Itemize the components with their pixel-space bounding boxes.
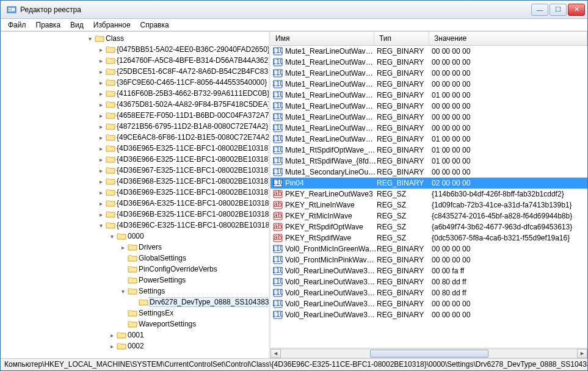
expand-icon[interactable]: ▸	[108, 332, 115, 339]
tree-item[interactable]: ▸0001	[1, 330, 269, 340]
list-row[interactable]: 110Mute1_RearLineOutWave…REG_BINARY00 00…	[270, 123, 587, 134]
expand-icon[interactable]: ▾	[108, 233, 115, 240]
close-button[interactable]: ✕	[568, 4, 585, 16]
scroll-track[interactable]	[281, 349, 577, 358]
expand-icon[interactable]: ▸	[97, 156, 104, 163]
expand-icon[interactable]: ▸	[97, 46, 104, 53]
list-row[interactable]: 110Mute1_RearLineOutWave…REG_BINARY00 00…	[270, 101, 587, 112]
list-row[interactable]: 110Vol0_RearLineOutWave3_…REG_BINARY00 0…	[270, 309, 587, 320]
list-row[interactable]: 110Vol0_RearLineOutWave3_…REG_BINARY00 0…	[270, 298, 587, 309]
scroll-thumb[interactable]	[370, 350, 488, 358]
tree-item[interactable]: PinConfigOverrideVerbs	[1, 264, 269, 275]
tree-item[interactable]: ▸{4D36E965-E325-11CE-BFC1-08002BE10318}	[1, 143, 269, 154]
tree-item[interactable]: ▸{4116F60B-25B3-4662-B732-99A6111EDC0B}	[1, 88, 269, 99]
tree-item[interactable]: ▾Settings	[1, 286, 269, 297]
tree-item[interactable]: ▸{4D36E967-E325-11CE-BFC1-08002BE10318}	[1, 165, 269, 176]
list-row[interactable]: abPKEY_RtSpdifOptWaveREG_SZ{a6b49f74-3b6…	[270, 222, 587, 232]
menu-help[interactable]: Справка	[136, 20, 174, 31]
tree-item[interactable]: ▸{25DBCE51-6C8F-4A72-8A6D-B54C2B4FC835}	[1, 66, 269, 77]
list-row[interactable]: 110Vol0_RearLineOutWave3_…REG_BINARY00 8…	[270, 276, 587, 287]
list-row[interactable]: 110Vol0_RearLineOutWave3_…REG_BINARY00 8…	[270, 287, 587, 298]
tree-item[interactable]: WaveportSettings	[1, 319, 269, 330]
list-row[interactable]: 110Pin04REG_BINARY02 00 00 00	[270, 178, 587, 189]
menu-edit[interactable]: Правка	[31, 20, 66, 31]
tree-item[interactable]: ▸{4D36E96A-E325-11CE-BFC1-08002BE10318}	[1, 198, 269, 209]
tree-item[interactable]: ▸{49CE6AC8-6F86-11D2-B1E5-0080C72E74A2}	[1, 132, 269, 143]
horizontal-scrollbar[interactable]: ◄ ►	[270, 348, 587, 358]
maximize-button[interactable]: ☐	[550, 4, 567, 16]
list-row[interactable]: 110Mute1_RearLineOutWave…REG_BINARY00 00…	[270, 112, 587, 123]
tree-item[interactable]: ▸{0475BB51-5A02-4EE0-B36C-29040FAD2650}	[1, 44, 269, 55]
list-row[interactable]: abPKEY_RearLineOutWave3REG_SZ{114b6b30-b…	[270, 189, 587, 200]
list-row[interactable]: 110Vol0_FrontMicInGreenWa…REG_BINARY00 0…	[270, 243, 587, 254]
expand-icon[interactable]: ▾	[97, 222, 104, 229]
value-name: Mute1_RearLineOutWave…	[285, 91, 377, 99]
expand-icon[interactable]: ▸	[97, 134, 104, 141]
list-row[interactable]: abPKEY_RtMicInWaveREG_SZ{c8435274-2016-4…	[270, 211, 587, 222]
menu-view[interactable]: Вид	[65, 20, 89, 31]
tree-pane[interactable]: ▾Class▸{0475BB51-5A02-4EE0-B36C-29040FAD…	[1, 32, 270, 358]
expand-icon[interactable]: ▸	[97, 123, 104, 130]
list-row[interactable]: abPKEY_RtLineInWaveREG_SZ{1d09fcab-72b3-…	[270, 200, 587, 211]
tree-item[interactable]: Drv6278_DevType_0888_SS10438357	[1, 297, 269, 308]
tree-item[interactable]: ▸{4658EE7E-F050-11D1-B6BD-00C04FA372A7}	[1, 110, 269, 121]
svg-text:110: 110	[273, 123, 283, 132]
tree-item[interactable]: ▾{4D36E96C-E325-11CE-BFC1-08002BE10318}	[1, 220, 269, 231]
expand-icon[interactable]: ▸	[119, 244, 126, 251]
list-row[interactable]: 110Mute1_SecondaryLineOu…REG_BINARY00 00…	[270, 167, 587, 178]
list-row[interactable]: 110Mute1_RtSpdifWave_{8fd…REG_BINARY01 0…	[270, 156, 587, 167]
expand-icon[interactable]: ▸	[97, 101, 104, 108]
expand-icon[interactable]: ▾	[119, 288, 126, 295]
tree-item[interactable]: ▾Class	[1, 33, 269, 44]
list-row[interactable]: 110Mute1_RtSpdifOptWave_…REG_BINARY01 00…	[270, 145, 587, 156]
folder-icon	[106, 122, 115, 131]
expand-icon[interactable]: ▸	[97, 167, 104, 174]
list-row[interactable]: 110Mute1_RearLineOutWave…REG_BINARY01 00…	[270, 134, 587, 145]
list-row[interactable]: 110Mute1_RearLineOutWave…REG_BINARY00 00…	[270, 79, 587, 90]
expand-icon[interactable]: ▸	[97, 200, 104, 207]
list-row[interactable]: 110Mute1_RearLineOutWave…REG_BINARY00 00…	[270, 46, 587, 57]
list-row[interactable]: abPKEY_RtSpdifWaveREG_SZ{0dc53067-5f8a-4…	[270, 232, 587, 243]
header-name[interactable]: Имя	[270, 32, 374, 45]
binary-value-icon: 110	[273, 167, 283, 177]
tree-item[interactable]: ▸Drivers	[1, 242, 269, 253]
menu-file[interactable]: Файл	[3, 20, 31, 31]
tree-item[interactable]: ▸{48721B56-6795-11D2-B1A8-0080C72E74A2}	[1, 121, 269, 132]
list-row[interactable]: 110Mute1_RearLineOutWave…REG_BINARY00 00…	[270, 68, 587, 79]
expand-icon[interactable]: ▸	[97, 211, 104, 218]
header-value[interactable]: Значение	[429, 32, 587, 45]
expand-icon[interactable]: ▸	[97, 189, 104, 196]
menu-favorites[interactable]: Избранное	[89, 20, 136, 31]
expand-icon[interactable]: ▸	[97, 79, 104, 86]
scroll-left-icon[interactable]: ◄	[270, 349, 281, 358]
expand-icon[interactable]: ▸	[108, 343, 115, 350]
tree-item[interactable]: SettingsEx	[1, 308, 269, 319]
tree-item[interactable]: PowerSettings	[1, 275, 269, 286]
tree-item[interactable]: ▸{1264760F-A5C8-4BFE-B314-D56A7B44A362}	[1, 55, 269, 66]
expand-icon[interactable]: ▾	[86, 35, 93, 42]
list-row[interactable]: 110Mute1_RearLineOutWave…REG_BINARY01 00…	[270, 90, 587, 101]
expand-icon[interactable]: ▸	[97, 178, 104, 185]
header-type[interactable]: Тип	[374, 32, 429, 45]
tree-item[interactable]: ▸0002	[1, 340, 269, 351]
list-body[interactable]: 110Mute1_RearLineOutWave…REG_BINARY00 00…	[270, 46, 587, 348]
tree-item[interactable]: ▸{4D36E969-E325-11CE-BFC1-08002BE10318}	[1, 187, 269, 198]
tree-item[interactable]: ▸{4D36E966-E325-11CE-BFC1-08002BE10318}	[1, 154, 269, 165]
list-row[interactable]: 110Mute1_RearLineOutWave…REG_BINARY00 00…	[270, 57, 587, 68]
tree-item[interactable]: ▸{36FC9E60-C465-11CF-8056-444553540000}	[1, 77, 269, 88]
expand-icon[interactable]: ▸	[97, 57, 104, 64]
tree-item[interactable]: ▸{4D36E968-E325-11CE-BFC1-08002BE10318}	[1, 176, 269, 187]
tree-item[interactable]: ▸{43675D81-502A-4A82-9F84-B75F418C5DEA}	[1, 99, 269, 110]
string-value-icon: ab	[273, 233, 283, 243]
scroll-right-icon[interactable]: ►	[577, 349, 587, 358]
list-row[interactable]: 110Vol0_FrontMicInPinkWav…REG_BINARY00 0…	[270, 254, 587, 265]
expand-icon[interactable]: ▸	[97, 112, 104, 119]
tree-item[interactable]: GlobalSettings	[1, 253, 269, 264]
minimize-button[interactable]: —	[531, 4, 548, 16]
expand-icon[interactable]: ▸	[97, 145, 104, 152]
tree-item[interactable]: ▾0000	[1, 231, 269, 242]
list-row[interactable]: 110Vol0_RearLineOutWave3_…REG_BINARY00 0…	[270, 265, 587, 276]
tree-item[interactable]: ▸{4D36E96B-E325-11CE-BFC1-08002BE10318}	[1, 209, 269, 220]
expand-icon[interactable]: ▸	[97, 90, 104, 97]
expand-icon[interactable]: ▸	[97, 68, 104, 75]
